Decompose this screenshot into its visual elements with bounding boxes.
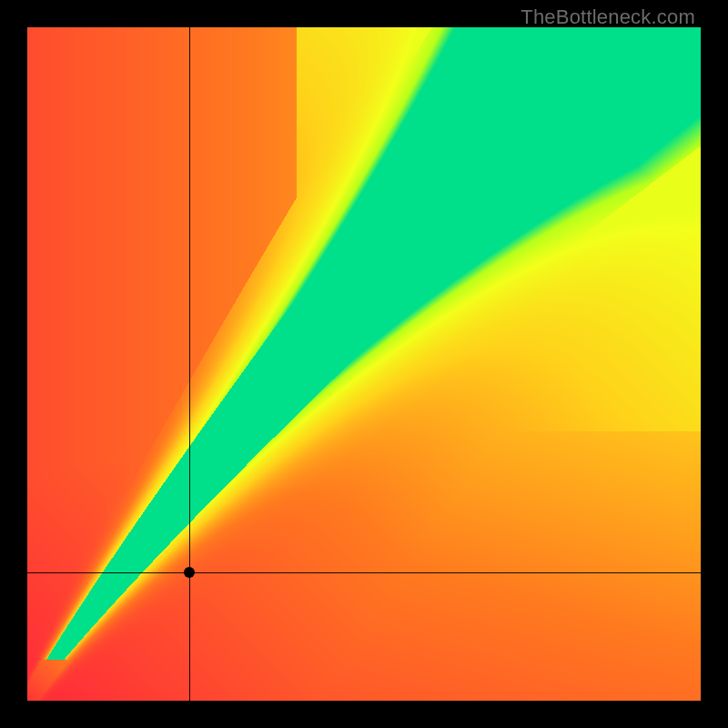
data-point-marker — [184, 567, 195, 578]
crosshair-vertical — [189, 27, 190, 701]
chart-frame — [27, 27, 701, 701]
watermark-text: TheBottleneck.com — [521, 5, 695, 29]
heatmap-canvas-wrap — [27, 27, 701, 701]
crosshair-horizontal — [27, 572, 701, 573]
heatmap-canvas — [27, 27, 701, 701]
